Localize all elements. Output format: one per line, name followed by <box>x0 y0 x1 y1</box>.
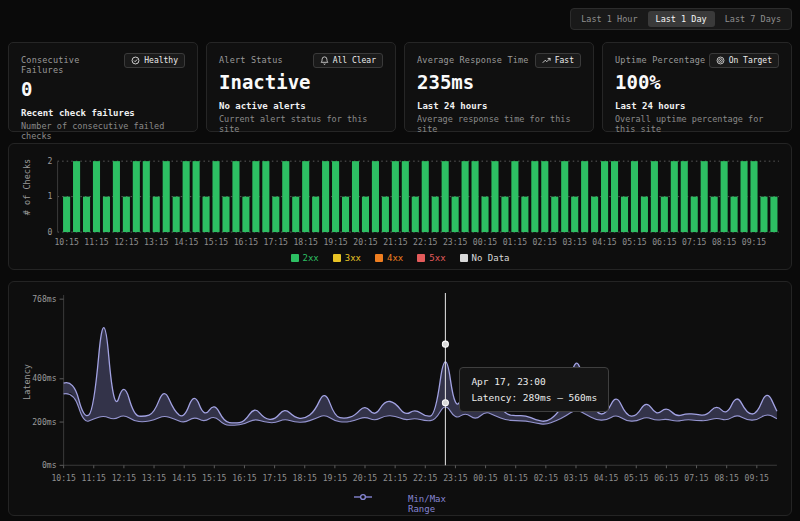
svg-text:23:15: 23:15 <box>443 473 467 483</box>
svg-text:01:15: 01:15 <box>503 237 527 247</box>
card-average-response-time: Average Response Time Fast 235ms Last 24… <box>404 42 594 132</box>
legend-swatch-5xx <box>417 254 425 262</box>
target-icon <box>716 56 725 65</box>
svg-text:06:15: 06:15 <box>654 473 678 483</box>
svg-text:13:15: 13:15 <box>144 237 168 247</box>
card-title: Average Response Time <box>417 53 529 65</box>
legend-label: 4xx <box>387 253 403 263</box>
svg-text:1: 1 <box>48 191 53 201</box>
card-alert-status: Alert Status All Clear Inactive No activ… <box>206 42 396 132</box>
card-description: Overall uptime percentage for this site <box>615 114 779 134</box>
status-badge-all-clear: All Clear <box>313 53 383 68</box>
minmax-line-icon <box>354 493 404 515</box>
card-title: Uptime Percentage <box>615 53 705 65</box>
badge-label: All Clear <box>333 56 376 65</box>
time-range-group: Last 1 Hour Last 1 Day Last 7 Days <box>570 8 792 30</box>
card-subtitle: Last 24 hours <box>417 101 581 111</box>
trending-up-icon <box>542 56 551 65</box>
badge-label: Healthy <box>144 56 178 65</box>
latency-legend: Min/Max Range <box>17 497 783 511</box>
svg-text:23:15: 23:15 <box>443 237 467 247</box>
legend-swatch-no-data <box>460 254 468 262</box>
legend-label: 3xx <box>345 253 361 263</box>
badge-label: On Target <box>729 56 772 65</box>
card-title: Alert Status <box>219 53 283 65</box>
svg-text:12:15: 12:15 <box>114 237 138 247</box>
svg-text:02:15: 02:15 <box>534 473 558 483</box>
svg-text:20:15: 20:15 <box>353 473 377 483</box>
svg-text:05:15: 05:15 <box>624 473 648 483</box>
svg-text:00:15: 00:15 <box>473 237 497 247</box>
svg-text:17:15: 17:15 <box>262 473 286 483</box>
checks-y-axis-label: # of Checks <box>22 157 32 217</box>
stat-cards: Consecutive Failures Healthy 0 Recent ch… <box>8 42 792 132</box>
svg-text:21:15: 21:15 <box>383 473 407 483</box>
svg-text:768ms: 768ms <box>32 294 56 304</box>
svg-text:17:15: 17:15 <box>264 237 288 247</box>
svg-text:07:15: 07:15 <box>682 237 706 247</box>
svg-text:11:15: 11:15 <box>84 237 108 247</box>
time-range-last-1-day[interactable]: Last 1 Day <box>648 11 715 27</box>
card-title: Consecutive Failures <box>21 53 124 75</box>
svg-text:05:15: 05:15 <box>622 237 646 247</box>
card-subtitle: Recent check failures <box>21 108 185 118</box>
svg-text:14:15: 14:15 <box>174 237 198 247</box>
svg-text:200ms: 200ms <box>32 417 56 427</box>
svg-text:19:15: 19:15 <box>323 237 347 247</box>
latency-chart-body: 0ms200ms400ms768ms10:1511:1512:1513:1514… <box>17 287 783 496</box>
svg-text:20:15: 20:15 <box>353 237 377 247</box>
legend-swatch-2xx <box>291 254 299 262</box>
card-uptime-percentage: Uptime Percentage On Target 100% Last 24… <box>602 42 792 132</box>
svg-text:06:15: 06:15 <box>652 237 676 247</box>
svg-text:11:15: 11:15 <box>82 473 106 483</box>
svg-text:03:15: 03:15 <box>564 473 588 483</box>
svg-text:18:15: 18:15 <box>293 473 317 483</box>
card-consecutive-failures: Consecutive Failures Healthy 0 Recent ch… <box>8 42 198 132</box>
svg-text:04:15: 04:15 <box>594 473 618 483</box>
svg-text:13:15: 13:15 <box>142 473 166 483</box>
svg-text:21:15: 21:15 <box>383 237 407 247</box>
svg-text:22:15: 22:15 <box>413 237 437 247</box>
bell-icon <box>320 56 329 65</box>
legend-label: 2xx <box>303 253 319 263</box>
svg-text:400ms: 400ms <box>32 374 56 384</box>
svg-text:03:15: 03:15 <box>562 237 586 247</box>
time-range-last-1-hour[interactable]: Last 1 Hour <box>573 11 645 27</box>
legend-swatch-3xx <box>333 254 341 262</box>
badge-label: Fast <box>555 56 574 65</box>
svg-text:15:15: 15:15 <box>204 237 228 247</box>
legend-label: 5xx <box>429 253 445 263</box>
status-badge-healthy: Healthy <box>124 53 185 68</box>
status-badge-on-target: On Target <box>709 53 779 68</box>
legend-item-4xx: 4xx <box>375 253 403 263</box>
svg-text:09:15: 09:15 <box>742 237 766 247</box>
legend-item-minmax-range: Min/Max Range <box>354 493 446 515</box>
svg-text:04:15: 04:15 <box>592 237 616 247</box>
svg-text:15:15: 15:15 <box>202 473 226 483</box>
svg-text:22:15: 22:15 <box>413 473 437 483</box>
legend-item-2xx: 2xx <box>291 253 319 263</box>
status-badge-fast: Fast <box>535 53 581 68</box>
svg-text:10:15: 10:15 <box>54 237 78 247</box>
svg-text:00:15: 00:15 <box>473 473 497 483</box>
time-range-last-7-days[interactable]: Last 7 Days <box>717 11 789 27</box>
legend-item-5xx: 5xx <box>417 253 445 263</box>
legend-item-no-data: No Data <box>460 253 510 263</box>
checks-legend: 2xx 3xx 4xx 5xx No Data <box>17 251 783 265</box>
svg-text:10:15: 10:15 <box>51 473 75 483</box>
checks-bar-chart[interactable]: 01210:1511:1512:1513:1514:1515:1516:1517… <box>17 149 783 250</box>
svg-text:16:15: 16:15 <box>234 237 258 247</box>
legend-label: Min/Max Range <box>408 494 446 514</box>
svg-text:01:15: 01:15 <box>504 473 528 483</box>
checks-panel: # of Checks 01210:1511:1512:1513:1514:15… <box>8 143 792 270</box>
card-value: 100% <box>615 71 779 93</box>
svg-text:07:15: 07:15 <box>684 473 708 483</box>
svg-text:2: 2 <box>48 156 53 166</box>
card-description: Number of consecutive failed checks <box>21 121 185 141</box>
latency-area-chart[interactable]: 0ms200ms400ms768ms10:1511:1512:1513:1514… <box>17 287 783 496</box>
time-range-row: Last 1 Hour Last 1 Day Last 7 Days <box>8 8 792 30</box>
svg-text:08:15: 08:15 <box>712 237 736 247</box>
svg-text:02:15: 02:15 <box>533 237 557 247</box>
svg-text:19:15: 19:15 <box>323 473 347 483</box>
svg-text:09:15: 09:15 <box>745 473 769 483</box>
